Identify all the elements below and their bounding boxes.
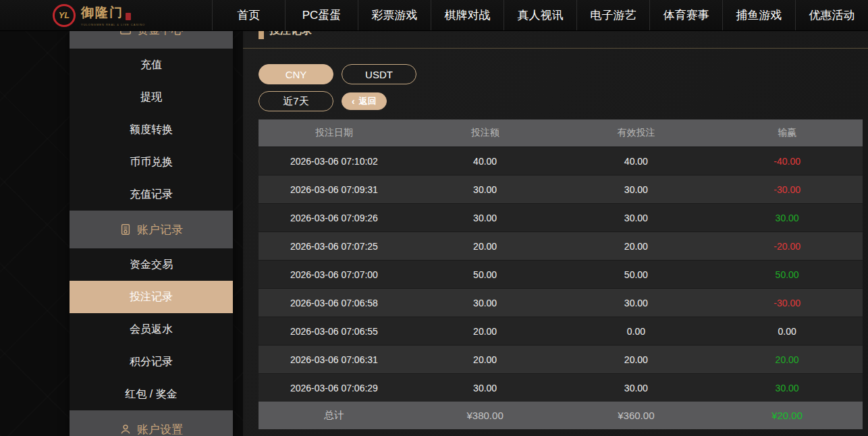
total-valid: ¥360.00 <box>561 410 712 421</box>
sidebar-label: 币币兑换 <box>130 155 173 169</box>
brand-name: 御隆门 <box>81 4 124 22</box>
cell-bet: 20.00 <box>410 354 561 365</box>
cell-winloss: -30.00 <box>711 298 863 308</box>
nav-item-7[interactable]: 捕鱼游戏 <box>722 0 795 30</box>
cell-date: 2026-03-06 07:06:29 <box>259 383 410 393</box>
table-row: 2026-03-06 07:06:3120.0020.0020.00 <box>259 345 863 373</box>
sidebar-label: 充值 <box>140 58 162 72</box>
cell-winloss: -20.00 <box>711 241 863 252</box>
cell-bet: 50.00 <box>410 269 561 280</box>
sidebar-label: 账户记录 <box>137 222 183 238</box>
cell-valid: 0.00 <box>561 326 712 337</box>
sidebar-label: 红包 / 奖金 <box>125 387 177 402</box>
cell-winloss: 30.00 <box>711 213 863 223</box>
sidebar-label: 充值记录 <box>130 188 173 202</box>
tab-cny[interactable]: CNY <box>259 64 333 84</box>
user-icon <box>119 423 132 435</box>
sidebar-item-10[interactable]: 积分记录 <box>70 346 233 378</box>
sidebar-section-0[interactable]: 资金中心 <box>70 31 233 49</box>
main-content: 投注记录 CNY USDT 近7天 ‹ 返回 投注日期 投注额 有效投注 <box>243 31 868 436</box>
col-header-bet: 投注额 <box>410 127 561 139</box>
sidebar-item-4[interactable]: 币币兑换 <box>70 146 233 178</box>
cell-valid: 20.00 <box>561 354 712 365</box>
table-row: 2026-03-06 07:06:2930.0030.0030.00 <box>259 373 863 402</box>
cell-winloss: -30.00 <box>711 184 863 195</box>
cell-date: 2026-03-06 07:09:26 <box>259 213 410 223</box>
nav-item-8[interactable]: 优惠活动 <box>795 0 868 30</box>
currency-tabs: CNY USDT <box>259 64 868 84</box>
table-row: 2026-03-06 07:07:0050.0050.0050.00 <box>259 260 863 288</box>
brand-logo[interactable]: YL 御隆门 YULONGMEN REAL & LIVE CASINO <box>0 0 202 30</box>
betting-records-table: 投注日期 投注额 有效投注 输赢 2026-03-06 07:10:0240.0… <box>259 119 863 429</box>
table-header-row: 投注日期 投注额 有效投注 输赢 <box>259 119 863 146</box>
table-row: 2026-03-06 07:10:0240.0040.00-40.00 <box>259 146 863 175</box>
sidebar-label: 资金交易 <box>130 258 173 272</box>
sidebar-label: 投注记录 <box>130 290 173 304</box>
filter-row: 近7天 ‹ 返回 <box>259 91 868 111</box>
cell-winloss: 30.00 <box>711 383 863 393</box>
cell-date: 2026-03-06 07:10:02 <box>259 156 410 167</box>
sidebar-section-6[interactable]: 账户记录 <box>70 211 233 248</box>
page-title-bar: 投注记录 <box>243 31 868 49</box>
sidebar-item-11[interactable]: 红包 / 奖金 <box>70 378 233 410</box>
ledger-icon <box>119 223 132 236</box>
table-total-row: 总计 ¥380.00 ¥360.00 ¥20.00 <box>259 402 863 429</box>
sidebar-label: 积分记录 <box>130 355 173 369</box>
cell-date: 2026-03-06 07:09:31 <box>259 184 410 195</box>
sidebar-item-5[interactable]: 充值记录 <box>70 178 233 211</box>
cell-bet: 30.00 <box>410 213 561 223</box>
sidebar-label: 额度转换 <box>130 123 173 137</box>
cell-winloss: -40.00 <box>711 156 863 167</box>
cell-valid: 50.00 <box>561 269 712 280</box>
nav-item-4[interactable]: 真人视讯 <box>504 0 576 30</box>
tab-usdt[interactable]: USDT <box>342 64 416 84</box>
table-row: 2026-03-06 07:06:5830.0030.00-30.00 <box>259 288 863 317</box>
cell-bet: 20.00 <box>410 326 561 337</box>
nav-menu: 首页PC蛋蛋彩票游戏棋牌对战真人视讯电子游艺体育赛事捕鱼游戏优惠活动 <box>212 0 868 30</box>
nav-item-0[interactable]: 首页 <box>212 0 285 30</box>
brand-subtext: YULONGMEN REAL & LIVE CASINO <box>81 23 145 26</box>
nav-item-2[interactable]: 彩票游戏 <box>358 0 431 30</box>
col-header-winloss: 输赢 <box>711 127 863 139</box>
cell-bet: 30.00 <box>410 184 561 195</box>
col-header-valid: 有效投注 <box>561 127 712 139</box>
sidebar-item-9[interactable]: 会员返水 <box>70 313 233 346</box>
sidebar-label: 会员返水 <box>130 323 173 337</box>
sidebar: 资金中心充值提现额度转换币币兑换充值记录账户记录资金交易投注记录会员返水积分记录… <box>70 31 233 436</box>
cell-winloss: 20.00 <box>711 354 863 365</box>
sidebar-label: 资金中心 <box>137 31 183 38</box>
cell-winloss: 50.00 <box>711 269 863 280</box>
cell-bet: 40.00 <box>410 156 561 167</box>
table-row: 2026-03-06 07:09:3130.0030.00-30.00 <box>259 175 863 203</box>
sidebar-item-3[interactable]: 额度转换 <box>70 113 233 146</box>
total-bet: ¥380.00 <box>410 410 561 421</box>
sidebar-section-12[interactable]: 账户设置 <box>70 410 233 436</box>
cell-date: 2026-03-06 07:07:25 <box>259 241 410 252</box>
wallet-icon <box>119 31 132 36</box>
nav-item-3[interactable]: 棋牌对战 <box>431 0 504 30</box>
brand-emblem-icon: YL <box>53 4 76 27</box>
cell-bet: 30.00 <box>410 383 561 393</box>
cell-date: 2026-03-06 07:06:58 <box>259 298 410 308</box>
sidebar-item-8[interactable]: 投注记录 <box>70 281 233 313</box>
nav-item-1[interactable]: PC蛋蛋 <box>285 0 358 30</box>
nav-item-5[interactable]: 电子游艺 <box>576 0 649 30</box>
table-row: 2026-03-06 07:06:5520.000.000.00 <box>259 317 863 345</box>
cell-valid: 20.00 <box>561 241 712 252</box>
chevron-left-icon: ‹ <box>352 96 355 107</box>
sidebar-item-1[interactable]: 充值 <box>70 49 233 81</box>
date-range-button[interactable]: 近7天 <box>259 91 333 111</box>
cell-date: 2026-03-06 07:06:31 <box>259 354 410 365</box>
cell-date: 2026-03-06 07:06:55 <box>259 326 410 337</box>
page: YL 御隆门 YULONGMEN REAL & LIVE CASINO 首页PC… <box>0 0 868 436</box>
col-header-date: 投注日期 <box>259 127 410 139</box>
total-label: 总计 <box>259 409 410 422</box>
sidebar-item-2[interactable]: 提现 <box>70 81 233 113</box>
table-row: 2026-03-06 07:07:2520.0020.00-20.00 <box>259 231 863 260</box>
nav-item-6[interactable]: 体育赛事 <box>649 0 722 30</box>
cell-date: 2026-03-06 07:07:00 <box>259 269 410 280</box>
sidebar-item-7[interactable]: 资金交易 <box>70 248 233 281</box>
back-button[interactable]: ‹ 返回 <box>342 92 387 110</box>
cell-valid: 40.00 <box>561 156 712 167</box>
cell-valid: 30.00 <box>561 383 712 393</box>
